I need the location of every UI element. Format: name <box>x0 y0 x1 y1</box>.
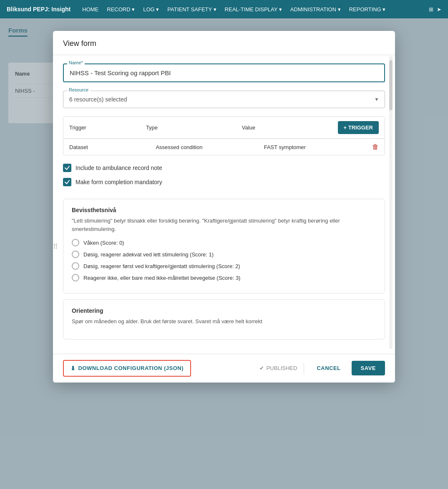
trigger-col-header: Trigger <box>69 124 146 131</box>
radio-label-1: Døsig, reagerer adekvat ved lett stimule… <box>83 251 214 258</box>
top-navigation: Bliksund PEPJ: Insight HOME RECORD ▾ LOG… <box>0 0 448 18</box>
radio-option-1: Døsig, reagerer adekvat ved lett stimule… <box>72 251 376 258</box>
published-label: PUBLISHED <box>267 365 297 371</box>
radio-circle-0[interactable] <box>72 239 79 246</box>
nav-administration[interactable]: ADMINISTRATION ▾ <box>287 5 344 14</box>
trigger-table-header: Trigger Type Value + TRIGGER <box>63 117 385 139</box>
checkbox-ambulance[interactable] <box>63 164 71 172</box>
footer-divider <box>304 362 304 374</box>
nav-record[interactable]: RECORD ▾ <box>103 5 138 14</box>
add-trigger-button[interactable]: + TRIGGER <box>338 121 379 134</box>
checkbox-mandatory-label: Make form completion mandatory <box>76 179 162 185</box>
section-card-container-1: ⠿ Bevissthetsnivå "Lett stimulering" bet… <box>63 199 385 294</box>
radio-label-3: Reagerer ikke, eller bare med ikke-målre… <box>83 275 240 281</box>
nav-right-controls: ⊞ ➤ <box>429 6 441 13</box>
app-brand: Bliksund PEPJ: Insight <box>7 6 70 13</box>
nav-arrow-icon[interactable]: ➤ <box>437 6 441 13</box>
trigger-table-row: Dataset Assessed condition FAST symptome… <box>63 139 385 155</box>
nav-realtime-display[interactable]: REAL-TIME DISPLAY ▾ <box>221 5 285 14</box>
check-icon: ✔ <box>259 365 264 371</box>
trigger-table: Trigger Type Value + TRIGGER Dataset Ass… <box>63 117 385 155</box>
name-input[interactable] <box>63 63 385 82</box>
value-col-header: Value <box>242 124 338 131</box>
modal-title: View form <box>63 39 385 48</box>
section-title-1: Bevissthetsnivå <box>72 207 376 213</box>
drag-handle-icon[interactable]: ⠿ <box>53 242 58 250</box>
save-button[interactable]: SAVE <box>352 361 385 375</box>
trigger-cell-value: FAST symptomer <box>264 144 372 150</box>
section-description-1: "Lett stimulering" betyr tilsnakk eller … <box>72 217 376 233</box>
cancel-button[interactable]: CANCEL <box>311 361 346 375</box>
nav-log[interactable]: LOG ▾ <box>140 5 162 14</box>
radio-circle-2[interactable] <box>72 262 79 270</box>
delete-trigger-icon[interactable]: 🗑 <box>372 143 379 151</box>
published-status: ✔ PUBLISHED <box>259 365 297 371</box>
modal-scrollbar[interactable] <box>389 56 393 349</box>
radio-label-0: Våken (Score: 0) <box>83 240 124 246</box>
download-btn-label: DOWNLOAD CONFIGURATION (JSON) <box>78 365 184 371</box>
form-section-card-1: Bevissthetsnivå "Lett stimulering" betyr… <box>63 199 385 294</box>
checkbox-mandatory-group: Make form completion mandatory <box>63 178 385 186</box>
type-col-header: Type <box>146 124 242 131</box>
radio-option-3: Reagerer ikke, eller bare med ikke-målre… <box>72 274 376 281</box>
name-field-label: Name <box>67 60 85 65</box>
view-form-modal: View form Name Resource 6 resource(s) se… <box>53 31 395 383</box>
nav-grid-icon[interactable]: ⊞ <box>429 6 433 13</box>
download-icon: ⬇ <box>70 365 76 372</box>
resource-select[interactable]: 6 resource(s) selected <box>63 91 385 108</box>
radio-circle-3[interactable] <box>72 274 79 281</box>
nav-home[interactable]: HOME <box>79 5 102 14</box>
resource-field-label: Resource <box>67 87 90 92</box>
radio-circle-1[interactable] <box>72 251 79 258</box>
section-title-2: Orientering <box>72 307 376 314</box>
radio-option-2: Døsig, reagerer først ved kraftigere/gje… <box>72 262 376 270</box>
checkbox-ambulance-label: Include to ambulance record note <box>76 165 162 171</box>
trigger-cell-trigger: Dataset <box>69 144 156 150</box>
page-background: Forms Name NEW ✕ NIHSS - 🗑 ❯ View form <box>0 18 448 489</box>
radio-label-2: Døsig, reagerer først ved kraftigere/gje… <box>83 263 240 269</box>
section-description-2: Spør om måneden og alder. Bruk det først… <box>72 317 376 326</box>
nav-reporting[interactable]: REPORTING ▾ <box>346 5 389 14</box>
download-config-button[interactable]: ⬇ DOWNLOAD CONFIGURATION (JSON) <box>63 360 191 377</box>
resource-field-group: Resource 6 resource(s) selected ▼ <box>63 91 385 108</box>
modal-body: Name Resource 6 resource(s) selected ▼ <box>53 55 395 354</box>
nav-patient-safety[interactable]: PATIENT SAFETY ▾ <box>164 5 219 14</box>
name-field-group: Name <box>63 63 385 82</box>
checkbox-mandatory[interactable] <box>63 178 71 186</box>
radio-option-0: Våken (Score: 0) <box>72 239 376 246</box>
modal-footer: ⬇ DOWNLOAD CONFIGURATION (JSON) ✔ PUBLIS… <box>53 354 395 383</box>
trigger-cell-type: Assessed condition <box>156 144 264 150</box>
modal-header: View form <box>53 31 395 55</box>
checkbox-ambulance-group: Include to ambulance record note <box>63 164 385 172</box>
scrollbar-thumb[interactable] <box>389 60 393 110</box>
resource-select-wrapper: 6 resource(s) selected ▼ <box>63 91 385 108</box>
nav-items: HOME RECORD ▾ LOG ▾ PATIENT SAFETY ▾ REA… <box>79 5 389 14</box>
form-section-card-2: Orientering Spør om måneden og alder. Br… <box>63 299 385 340</box>
modal-overlay: View form Name Resource 6 resource(s) se… <box>0 18 448 489</box>
